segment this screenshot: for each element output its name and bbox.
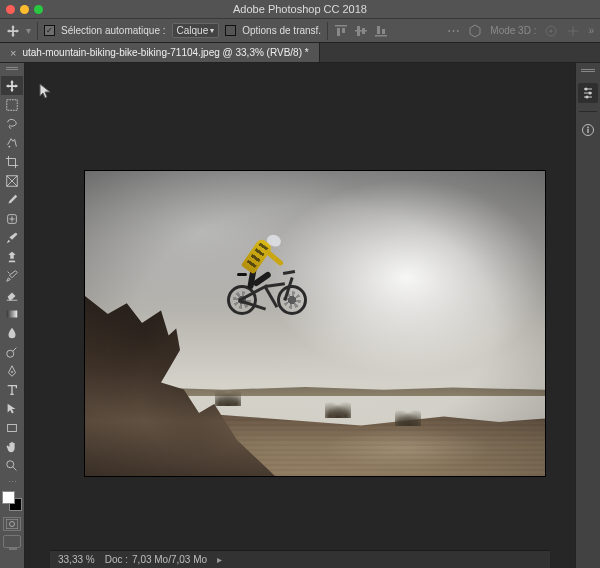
brush-tool[interactable] — [1, 228, 23, 247]
svg-rect-0 — [335, 25, 347, 27]
tools-panel: ⋯ — [0, 63, 25, 568]
svg-rect-5 — [362, 28, 365, 34]
auto-select-label: Sélection automatique : — [61, 25, 166, 36]
quick-mask-button[interactable] — [3, 517, 21, 531]
svg-point-12 — [9, 145, 11, 147]
gradient-tool[interactable] — [1, 304, 23, 323]
eyedropper-tool[interactable] — [1, 190, 23, 209]
healing-brush-tool[interactable] — [1, 209, 23, 228]
dodge-tool[interactable] — [1, 342, 23, 361]
window-title: Adobe Photoshop CC 2018 — [0, 3, 600, 15]
window-titlebar: Adobe Photoshop CC 2018 — [0, 0, 600, 18]
svg-rect-2 — [342, 28, 345, 33]
svg-rect-20 — [6, 519, 18, 529]
svg-rect-11 — [7, 99, 18, 110]
svg-point-16 — [7, 350, 14, 357]
right-panel-dock — [575, 63, 600, 568]
auto-select-checkbox[interactable]: ✓ — [44, 25, 55, 36]
cursor-icon — [39, 83, 53, 101]
window-maximize-button[interactable] — [34, 5, 43, 14]
tool-overflow-icon[interactable]: ⋯ — [8, 477, 17, 487]
screen-mode-button[interactable] — [3, 535, 21, 548]
frame-tool[interactable] — [1, 171, 23, 190]
doc-size-label: Doc : — [105, 554, 128, 565]
svg-rect-27 — [587, 129, 588, 133]
panel-grip[interactable] — [5, 67, 19, 73]
zoom-level[interactable]: 33,33 % — [58, 554, 95, 565]
svg-point-26 — [587, 127, 589, 129]
layer-dropdown-value: Calque — [177, 25, 209, 36]
rectangle-tool[interactable] — [1, 418, 23, 437]
svg-rect-6 — [375, 35, 387, 37]
path-select-tool[interactable] — [1, 399, 23, 418]
foreground-swatch[interactable] — [2, 491, 15, 504]
svg-point-10 — [550, 29, 553, 32]
history-brush-tool[interactable] — [1, 266, 23, 285]
hand-tool[interactable] — [1, 437, 23, 456]
svg-rect-8 — [382, 29, 385, 34]
quick-select-tool[interactable] — [1, 133, 23, 152]
svg-point-21 — [10, 522, 15, 527]
window-minimize-button[interactable] — [20, 5, 29, 14]
zoom-tool[interactable] — [1, 456, 23, 475]
layer-dropdown[interactable]: Calque ▾ — [172, 23, 220, 38]
canvas-area[interactable]: 33,33 % Doc : 7,03 Mo/7,03 Mo ▸ — [25, 63, 575, 568]
status-flyout-icon[interactable]: ▸ — [217, 554, 222, 565]
doc-size-value: 7,03 Mo/7,03 Mo — [132, 554, 207, 565]
svg-point-23 — [589, 92, 592, 95]
panel-grip[interactable] — [581, 69, 595, 75]
svg-rect-4 — [357, 26, 360, 36]
eraser-tool[interactable] — [1, 285, 23, 304]
window-close-button[interactable] — [6, 5, 15, 14]
svg-rect-18 — [8, 424, 17, 431]
align-vcenter-icon[interactable] — [354, 24, 368, 38]
image-vignette — [85, 171, 545, 476]
orbit-icon[interactable] — [544, 24, 558, 38]
ellipsis-icon[interactable]: ⋯ — [447, 23, 460, 38]
document-tab[interactable]: × utah-mountain-biking-bike-biking-71104… — [0, 43, 320, 62]
svg-rect-7 — [377, 26, 380, 34]
svg-point-19 — [7, 460, 14, 467]
color-swatches[interactable] — [2, 491, 22, 511]
align-top-icon[interactable] — [334, 24, 348, 38]
options-bar: ▾ ✓ Sélection automatique : Calque ▾ Opt… — [0, 18, 600, 43]
panel-collapse-icon[interactable]: » — [588, 25, 594, 36]
align-bottom-icon[interactable] — [374, 24, 388, 38]
transform-options-label: Options de transf. — [242, 25, 321, 36]
close-tab-icon[interactable]: × — [10, 47, 16, 59]
crop-tool[interactable] — [1, 152, 23, 171]
svg-point-24 — [586, 96, 589, 99]
status-bar: 33,33 % Doc : 7,03 Mo/7,03 Mo ▸ — [50, 550, 550, 568]
svg-point-22 — [585, 88, 588, 91]
adjustments-panel-icon[interactable] — [578, 83, 598, 103]
lasso-tool[interactable] — [1, 114, 23, 133]
pen-tool[interactable] — [1, 361, 23, 380]
3d-mode-icon — [468, 24, 482, 38]
svg-rect-1 — [337, 28, 340, 36]
marquee-tool[interactable] — [1, 95, 23, 114]
mode3d-label: Mode 3D : — [490, 25, 536, 36]
svg-point-17 — [11, 371, 13, 373]
blur-tool[interactable] — [1, 323, 23, 342]
document-tab-title: utah-mountain-biking-bike-biking-71104.j… — [22, 47, 308, 58]
info-panel-icon[interactable] — [578, 120, 598, 140]
document-tabbar: × utah-mountain-biking-bike-biking-71104… — [0, 43, 600, 63]
document-canvas[interactable] — [85, 171, 545, 476]
svg-rect-15 — [7, 310, 18, 317]
move-tool-icon — [6, 24, 20, 38]
move-tool[interactable] — [1, 76, 23, 95]
transform-options-checkbox[interactable] — [225, 25, 236, 36]
svg-rect-3 — [355, 30, 367, 32]
type-tool[interactable] — [1, 380, 23, 399]
clone-stamp-tool[interactable] — [1, 247, 23, 266]
pan-3d-icon[interactable] — [566, 24, 580, 38]
